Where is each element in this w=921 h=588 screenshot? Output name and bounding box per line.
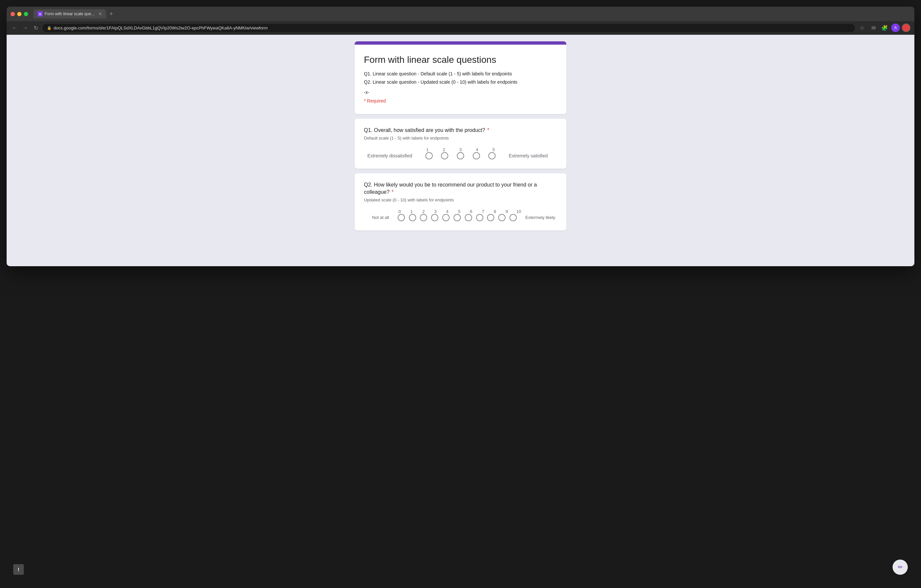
scale-num-q2-8: 8 bbox=[489, 209, 501, 214]
question2-radio-9[interactable] bbox=[498, 214, 506, 221]
minimize-button[interactable] bbox=[17, 12, 21, 16]
question2-left-label: Not at all bbox=[364, 215, 394, 220]
back-button[interactable]: ← bbox=[11, 24, 18, 32]
required-text: * Required bbox=[364, 98, 557, 104]
question2-title: Q2. How likely would you be to recommend… bbox=[364, 181, 557, 196]
question2-radio-3[interactable] bbox=[431, 214, 438, 221]
form-container: Form with linear scale questions Q1. Lin… bbox=[355, 35, 566, 249]
question2-right-label: Extermely likely bbox=[521, 215, 557, 220]
question1-numbers-row: 1 2 3 4 5 bbox=[364, 147, 557, 152]
question2-radio-6[interactable] bbox=[465, 214, 472, 221]
scale-num-q2-1: 1 bbox=[405, 209, 418, 214]
tab-area: Form with linear scale questio ✕ + bbox=[33, 9, 910, 18]
form-card-header-accent bbox=[355, 41, 566, 45]
question2-scale-numbers: 0 1 2 3 4 5 6 7 8 9 10 bbox=[394, 209, 525, 214]
active-tab[interactable]: Form with linear scale questio ✕ bbox=[33, 9, 106, 18]
question2-radio-2[interactable] bbox=[420, 214, 427, 221]
question2-card: Q2. How likely would you be to recommend… bbox=[355, 173, 566, 231]
question1-right-label: Extremely satisfied bbox=[504, 153, 557, 158]
browser-window: Form with linear scale questio ✕ + ← → ↻… bbox=[7, 6, 914, 266]
question1-title: Q1. Overall, how satisfied are you with … bbox=[364, 127, 557, 134]
form-card-body: Form with linear scale questions Q1. Lin… bbox=[355, 45, 566, 114]
question1-radios-row: Extremely dissatisfied Extremely satisfi… bbox=[364, 152, 557, 159]
maximize-button[interactable] bbox=[24, 12, 28, 16]
scale-num-q2-10: 10 bbox=[513, 209, 525, 214]
tab-title: Form with linear scale questio bbox=[45, 11, 96, 16]
question2-required-star: * bbox=[390, 189, 394, 195]
mail-icon[interactable]: ✉ bbox=[869, 23, 878, 32]
scale-num-2: 2 bbox=[438, 147, 450, 152]
close-button[interactable] bbox=[11, 12, 15, 16]
question1-radio-1[interactable] bbox=[425, 152, 433, 159]
question1-left-label: Extremely dissatisfied bbox=[364, 153, 417, 158]
question2-scale: 0 1 2 3 4 5 6 7 8 9 10 bbox=[364, 209, 557, 221]
scale-num-5: 5 bbox=[488, 147, 500, 152]
question2-radios-row: Not at all bbox=[364, 214, 557, 221]
scale-num-q2-5: 5 bbox=[453, 209, 465, 214]
scale-num-q2-9: 9 bbox=[501, 209, 513, 214]
scale-num-q2-4: 4 bbox=[441, 209, 453, 214]
form-title: Form with linear scale questions bbox=[364, 54, 557, 66]
scale-num-q2-2: 2 bbox=[418, 209, 430, 214]
refresh-button[interactable]: ↻ bbox=[32, 24, 40, 32]
scale-num-3: 3 bbox=[454, 147, 467, 152]
question2-radio-8[interactable] bbox=[487, 214, 494, 221]
question1-radio-4[interactable] bbox=[473, 152, 480, 159]
toolbar-icons: ☆ ✉ 🧩 A bbox=[858, 23, 910, 32]
question1-scale: 1 2 3 4 5 Extremely dissatisfied bbox=[364, 147, 557, 159]
question1-radio-5[interactable] bbox=[488, 152, 496, 159]
question2-radio-4[interactable] bbox=[442, 214, 449, 221]
form-description-q1: Q1. Linear scale question - Default scal… bbox=[364, 70, 557, 77]
scale-num-q2-6: 6 bbox=[465, 209, 477, 214]
question2-radio-1[interactable] bbox=[409, 214, 416, 221]
star-icon[interactable]: ☆ bbox=[858, 23, 867, 32]
form-description-q2: Q2. Linear scale question - Updated scal… bbox=[364, 79, 557, 86]
scale-num-q2-7: 7 bbox=[477, 209, 489, 214]
question1-radio-group bbox=[417, 152, 504, 159]
question1-radio-2[interactable] bbox=[441, 152, 448, 159]
page-content: Form with linear scale questions Q1. Lin… bbox=[7, 35, 914, 266]
scale-num-4: 4 bbox=[471, 147, 483, 152]
question2-radio-group bbox=[394, 214, 521, 221]
lock-icon: 🔒 bbox=[47, 26, 52, 30]
question2-radio-10[interactable] bbox=[509, 214, 517, 221]
question2-subtitle: Updated scale (0 - 10) with labels for e… bbox=[364, 197, 557, 202]
new-tab-button[interactable]: + bbox=[107, 11, 115, 18]
question2-radio-7[interactable] bbox=[476, 214, 483, 221]
question1-scale-numbers: 1 2 3 4 5 bbox=[417, 147, 504, 152]
scale-num-1: 1 bbox=[421, 147, 433, 152]
form-divider: -x- bbox=[364, 89, 557, 95]
forward-button[interactable]: → bbox=[21, 24, 29, 32]
form-header-card: Form with linear scale questions Q1. Lin… bbox=[355, 41, 566, 114]
tab-close-icon[interactable]: ✕ bbox=[98, 11, 102, 16]
tab-favicon-icon bbox=[37, 11, 43, 16]
question1-subtitle: Default scale (1 - 5) with labels for en… bbox=[364, 136, 557, 141]
traffic-lights bbox=[11, 12, 28, 16]
url-bar[interactable]: 🔒 docs.google.com/forms/d/e/1FAIpQLSdXLD… bbox=[42, 24, 855, 32]
puzzle-icon[interactable]: 🧩 bbox=[880, 23, 889, 32]
profile-avatar-secondary[interactable] bbox=[902, 23, 910, 32]
scale-num-q2-3: 3 bbox=[430, 209, 441, 214]
address-bar: ← → ↻ 🔒 docs.google.com/forms/d/e/1FAIpQ… bbox=[7, 21, 914, 35]
question1-radio-3[interactable] bbox=[457, 152, 464, 159]
question2-radio-5[interactable] bbox=[454, 214, 461, 221]
question1-required-star: * bbox=[486, 127, 489, 133]
title-bar: Form with linear scale questio ✕ + bbox=[7, 6, 914, 21]
url-text: docs.google.com/forms/d/e/1FAIpQLSdXLDAv… bbox=[54, 26, 268, 31]
question2-radio-0[interactable] bbox=[398, 214, 405, 221]
profile-avatar[interactable]: A bbox=[891, 23, 900, 32]
question1-card: Q1. Overall, how satisfied are you with … bbox=[355, 119, 566, 168]
question2-numbers-row: 0 1 2 3 4 5 6 7 8 9 10 bbox=[364, 209, 557, 214]
scale-num-q2-0: 0 bbox=[394, 209, 405, 214]
